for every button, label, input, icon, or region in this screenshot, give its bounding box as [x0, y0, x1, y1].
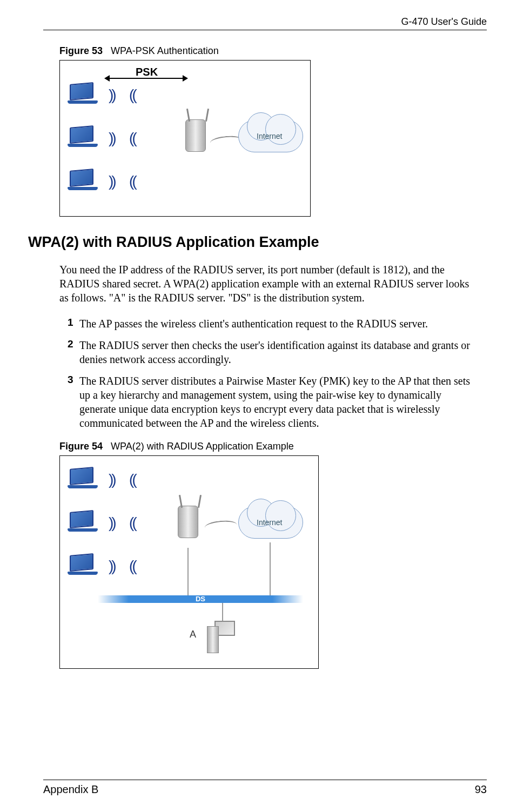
list-text: The RADIUS server then checks the user's…	[79, 338, 471, 366]
ds-label: DS	[196, 595, 205, 603]
page-header: G-470 User's Guide	[43, 16, 487, 30]
link-line-icon	[270, 542, 271, 596]
laptop-icon	[70, 126, 102, 148]
internet-label: Internet	[257, 518, 282, 527]
psk-label: PSK	[136, 66, 158, 78]
ds-bar: DS	[98, 595, 303, 603]
section-heading: WPA(2) with RADIUS Application Example	[28, 234, 487, 251]
wifi-waves-icon: ))	[109, 130, 115, 147]
figure-54-label: Figure 54	[59, 441, 103, 452]
figure-53-diagram: PSK )) )) )) )) )) )) Internet	[59, 60, 311, 217]
wifi-waves-icon: ))	[109, 514, 115, 532]
laptop-icon	[70, 511, 102, 533]
link-line-icon	[204, 519, 238, 533]
laptop-icon	[70, 83, 102, 105]
access-point-icon	[178, 498, 204, 541]
list-text: The RADIUS server distributes a Pairwise…	[79, 374, 471, 430]
wifi-waves-icon: ))	[131, 173, 137, 190]
figure-53-caption: Figure 53 WPA-PSK Authentication	[59, 45, 487, 57]
access-point-icon	[185, 112, 211, 155]
a-label: A	[190, 629, 196, 640]
wifi-waves-icon: ))	[131, 558, 137, 575]
wifi-waves-icon: ))	[109, 471, 115, 488]
figure-54-diagram: )) )) )) )) )) )) Internet DS A	[59, 455, 319, 669]
internet-cloud-icon: Internet	[238, 504, 303, 541]
wifi-waves-icon: ))	[131, 130, 137, 147]
figure-54-title: WPA(2) with RADIUS Application Example	[111, 441, 294, 452]
list-item: 1 The AP passes the wireless client's au…	[68, 317, 471, 331]
wifi-waves-icon: ))	[131, 514, 137, 532]
guide-title: G-470 User's Guide	[401, 16, 487, 27]
laptop-icon	[70, 468, 102, 489]
list-text: The AP passes the wireless client's auth…	[79, 317, 428, 331]
wifi-waves-icon: ))	[109, 86, 115, 104]
footer-section: Appendix B	[43, 783, 98, 796]
wifi-waves-icon: ))	[109, 558, 115, 575]
list-item: 2 The RADIUS server then checks the user…	[68, 338, 471, 366]
server-icon	[210, 621, 239, 659]
numbered-list: 1 The AP passes the wireless client's au…	[68, 317, 471, 430]
figure-54-caption: Figure 54 WPA(2) with RADIUS Application…	[59, 441, 487, 452]
page-footer: Appendix B 93	[43, 780, 487, 796]
wifi-waves-icon: ))	[131, 471, 137, 488]
page-number: 93	[475, 783, 487, 796]
link-line-icon	[187, 548, 189, 596]
internet-label: Internet	[257, 132, 282, 140]
laptop-icon	[70, 554, 102, 576]
list-number: 3	[68, 374, 79, 430]
laptop-icon	[70, 170, 102, 191]
figure-53-label: Figure 53	[59, 45, 103, 56]
list-number: 1	[68, 317, 79, 331]
list-item: 3 The RADIUS server distributes a Pairwi…	[68, 374, 471, 430]
wifi-waves-icon: ))	[109, 173, 115, 190]
intro-paragraph: You need the IP address of the RADIUS se…	[59, 263, 471, 305]
figure-53-title: WPA-PSK Authentication	[111, 45, 219, 56]
psk-arrow-icon	[110, 78, 183, 79]
list-number: 2	[68, 338, 79, 366]
wifi-waves-icon: ))	[131, 86, 137, 104]
internet-cloud-icon: Internet	[238, 117, 303, 155]
